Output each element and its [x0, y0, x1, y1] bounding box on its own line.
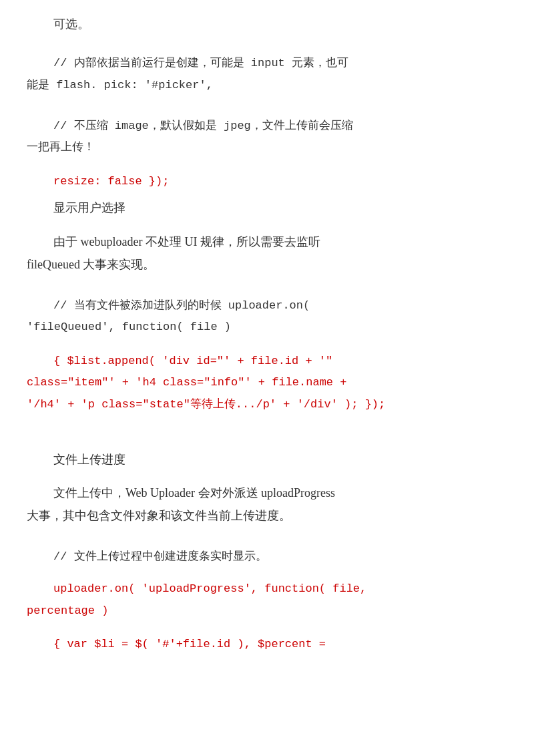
spacer-1	[27, 40, 507, 53]
para-comment-compress: // 不压缩 image，默认假如是 jpeg，文件上传前会压缩 一把再上传！	[27, 116, 507, 158]
code-var: { var $li = $( '#'+file.id ), $percent =	[27, 634, 507, 655]
spacer-8	[27, 435, 507, 449]
para-resize: resize: false });	[27, 172, 507, 192]
para-comment-progress: // 文件上传过程中创建进度条实时显示。	[27, 547, 507, 568]
code-resize: resize: false });	[27, 172, 507, 192]
spacer-11	[27, 572, 507, 579]
text-show-user: 显示用户选择	[27, 197, 507, 218]
para-optional: 可选。	[27, 13, 507, 35]
text-upload-progress-desc-2: 大事，其中包含文件对象和该文件当前上传进度。	[27, 505, 507, 526]
para-code-uploader-on: uploader.on( 'uploadProgress', function(…	[27, 579, 507, 621]
comment-internal: // 内部依据当前运行是创建，可能是 input 元素，也可	[27, 53, 507, 74]
comment-filequeued-2: 'fileQueued', function( file )	[27, 317, 507, 338]
text-upload-progress-desc: 文件上传中，Web Uploader 会对外派送 uploadProgress	[27, 482, 507, 504]
spacer-5	[27, 282, 507, 296]
code-list-append-1: { $list.append( 'div id="' + file.id + '…	[27, 351, 507, 372]
main-content: 可选。 // 内部依据当前运行是创建，可能是 input 元素，也可 能是 fl…	[27, 13, 507, 655]
spacer-10	[27, 534, 507, 547]
spacer-9	[27, 476, 507, 482]
spacer-7	[27, 422, 507, 435]
para-show-user: 显示用户选择	[27, 197, 507, 218]
para-webuploader-desc: 由于 webuploader 不处理 UI 规律，所以需要去监听 fileQue…	[27, 231, 507, 276]
spacer-4	[27, 224, 507, 231]
code-list-append-3: '/h4' + 'p class="state"等待上传.../p' + '/d…	[27, 395, 507, 415]
comment-compress: // 不压缩 image，默认假如是 jpeg，文件上传前会压缩	[27, 116, 507, 137]
spacer-2	[27, 103, 507, 116]
code-uploader-on-2: percentage )	[27, 601, 507, 622]
para-upload-progress-title: 文件上传进度	[27, 449, 507, 470]
spacer-12	[27, 628, 507, 634]
comment-progress: // 文件上传过程中创建进度条实时显示。	[27, 547, 507, 568]
para-comment-filequeued: // 当有文件被添加进队列的时候 uploader.on( 'fileQueue…	[27, 296, 507, 338]
text-upload-progress-title: 文件上传进度	[27, 449, 507, 470]
para-comment-internal: // 内部依据当前运行是创建，可能是 input 元素，也可 能是 flash.…	[27, 53, 507, 96]
comment-internal-2: 能是 flash. pick: '#picker',	[27, 75, 507, 96]
text-webuploader-desc: 由于 webuploader 不处理 UI 规律，所以需要去监听	[27, 231, 507, 252]
code-uploader-on: uploader.on( 'uploadProgress', function(…	[27, 579, 507, 600]
para-code-list-append: { $list.append( 'div id="' + file.id + '…	[27, 351, 507, 415]
code-list-append-2: class="item"' + 'h4 class="info"' + file…	[27, 373, 507, 393]
text-optional: 可选。	[27, 13, 507, 35]
spacer-6	[27, 345, 507, 351]
para-upload-progress-desc: 文件上传中，Web Uploader 会对外派送 uploadProgress …	[27, 482, 507, 527]
comment-filequeued: // 当有文件被添加进队列的时候 uploader.on(	[27, 296, 507, 317]
para-code-var: { var $li = $( '#'+file.id ), $percent =	[27, 634, 507, 655]
text-webuploader-desc-2: fileQueued 大事来实现。	[27, 254, 507, 275]
spacer-3	[27, 165, 507, 172]
comment-compress-2: 一把再上传！	[27, 138, 507, 158]
